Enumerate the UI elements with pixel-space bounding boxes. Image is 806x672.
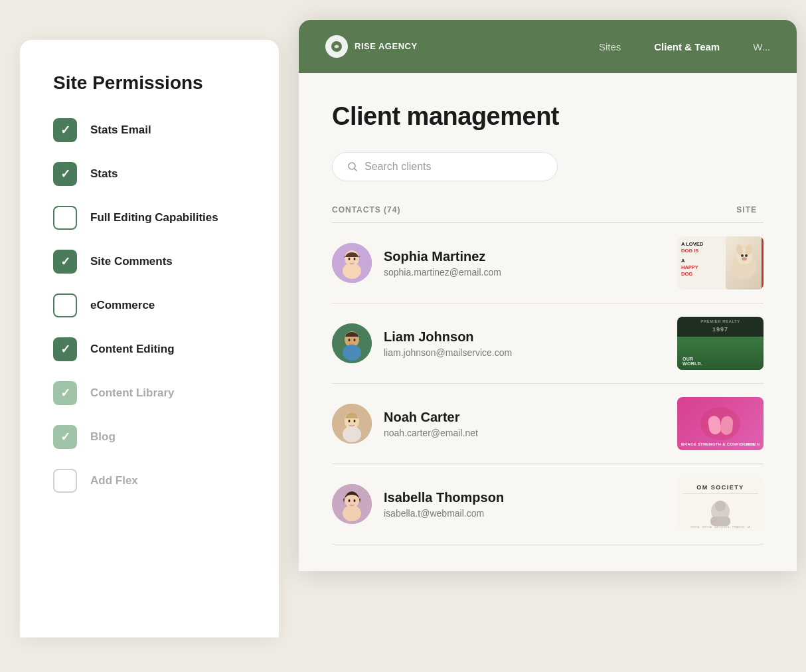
contact-info-liam: Liam Johnsonliam.johnson@mailservice.com: [384, 329, 512, 358]
permission-label-stats-email: Stats Email: [90, 124, 151, 137]
search-placeholder-text: Search clients: [364, 161, 432, 173]
svg-point-17: [343, 345, 361, 361]
svg-point-32: [354, 499, 356, 502]
left-panel-title: Site Permissions: [53, 72, 252, 94]
svg-point-30: [343, 505, 361, 521]
nav-link-w[interactable]: W...: [753, 41, 770, 52]
site-thumbnail-boxing[interactable]: BRACE STRENGTH & CONFIDENCE JOIN N: [677, 397, 764, 450]
contact-name-isabella: Isabella Thompson: [384, 490, 504, 505]
permission-item-add-flex[interactable]: Add Flex: [53, 469, 252, 493]
svg-point-12: [741, 254, 744, 257]
permission-item-stats-email[interactable]: ✓Stats Email: [53, 118, 252, 142]
site-thumbnail-realty[interactable]: PREMIER REALTY 1997 ourworld.: [677, 317, 764, 370]
permission-item-content-library[interactable]: ✓Content Library: [53, 381, 252, 405]
nav-logo: RISE AGENCY: [325, 35, 418, 58]
contact-row-noah[interactable]: Noah Carternoah.carter@email.net BRACE S…: [332, 384, 764, 464]
checkbox-stats[interactable]: ✓: [53, 162, 77, 186]
contact-left-isabella: Isabella Thompsonisabella.t@webmail.com: [332, 484, 504, 524]
permission-label-site-comments: Site Comments: [90, 255, 173, 268]
nav-bar: RISE AGENCY Sites Client & Team W...: [299, 20, 797, 73]
page-title: Client management: [332, 102, 764, 131]
checkbox-add-flex[interactable]: [53, 469, 77, 493]
svg-point-22: [343, 426, 361, 442]
svg-point-5: [343, 263, 361, 279]
site-thumbnail-om[interactable]: OM SOCIETY SOFIA · TRIVIA · KATHONIA · P…: [677, 477, 764, 531]
permission-item-stats[interactable]: ✓Stats: [53, 162, 252, 186]
contact-row-sophia[interactable]: Sophia Martinezsophia.martinez@email.com…: [332, 223, 764, 303]
svg-point-18: [349, 339, 351, 341]
avatar-liam: [332, 323, 372, 363]
contact-email-isabella: isabella.t@webmail.com: [384, 508, 504, 519]
contact-info-noah: Noah Carternoah.carter@email.net: [384, 410, 478, 438]
permissions-list: ✓Stats Email✓StatsFull Editing Capabilit…: [53, 118, 252, 493]
contact-left-sophia: Sophia Martinezsophia.martinez@email.com: [332, 243, 501, 283]
contact-left-noah: Noah Carternoah.carter@email.net: [332, 404, 478, 444]
col-contacts: CONTACTS (74): [332, 205, 400, 214]
permission-item-site-comments[interactable]: ✓Site Comments: [53, 250, 252, 274]
svg-point-31: [349, 499, 351, 502]
svg-point-7: [354, 258, 356, 260]
table-header: CONTACTS (74) SITE: [332, 205, 764, 223]
svg-point-13: [745, 254, 748, 257]
contact-name-noah: Noah Carter: [384, 410, 478, 425]
nav-link-client-team[interactable]: Client & Team: [654, 41, 720, 52]
checkbox-site-comments[interactable]: ✓: [53, 250, 77, 274]
permission-label-stats: Stats: [90, 167, 118, 181]
contacts-list: Sophia Martinezsophia.martinez@email.com…: [332, 223, 764, 545]
permission-label-full-editing: Full Editing Capabilities: [90, 211, 218, 224]
col-site: SITE: [736, 205, 757, 214]
contact-name-liam: Liam Johnson: [384, 329, 512, 345]
checkbox-blog[interactable]: ✓: [53, 425, 77, 449]
svg-point-19: [354, 339, 356, 341]
search-bar[interactable]: Search clients: [332, 152, 558, 181]
contact-info-sophia: Sophia Martinezsophia.martinez@email.com: [384, 249, 501, 278]
svg-rect-35: [710, 517, 730, 526]
avatar-sophia: [332, 243, 372, 283]
checkbox-ecommerce[interactable]: [53, 294, 77, 317]
logo-icon: [325, 35, 348, 58]
contact-info-isabella: Isabella Thompsonisabella.t@webmail.com: [384, 490, 504, 519]
logo-text: RISE AGENCY: [355, 41, 418, 52]
svg-point-23: [349, 420, 351, 422]
main-content: Client management Search clients CONTACT…: [299, 73, 797, 571]
contact-left-liam: Liam Johnsonliam.johnson@mailservice.com: [332, 323, 512, 363]
permission-label-add-flex: Add Flex: [90, 474, 138, 487]
nav-link-sites[interactable]: Sites: [599, 41, 621, 52]
permission-item-content-editing[interactable]: ✓Content Editing: [53, 337, 252, 361]
checkbox-content-editing[interactable]: ✓: [53, 337, 77, 361]
permission-label-ecommerce: eCommerce: [90, 299, 155, 312]
checkbox-full-editing[interactable]: [53, 206, 77, 230]
svg-point-24: [354, 420, 356, 422]
avatar-isabella: [332, 484, 372, 524]
permission-item-blog[interactable]: ✓Blog: [53, 425, 252, 449]
checkbox-stats-email[interactable]: ✓: [53, 118, 77, 142]
contact-name-sophia: Sophia Martinez: [384, 249, 501, 264]
checkbox-content-library[interactable]: ✓: [53, 381, 77, 405]
permission-item-ecommerce[interactable]: eCommerce: [53, 294, 252, 317]
avatar-noah: [332, 404, 372, 444]
left-panel: Site Permissions ✓Stats Email✓StatsFull …: [20, 40, 279, 637]
permission-label-content-editing: Content Editing: [90, 343, 175, 356]
svg-point-6: [349, 258, 351, 260]
svg-line-2: [355, 169, 357, 171]
contact-row-isabella[interactable]: Isabella Thompsonisabella.t@webmail.com …: [332, 464, 764, 545]
nav-links: Sites Client & Team W...: [599, 41, 770, 52]
site-thumbnail-dog[interactable]: A LOVED DOG IS A HAPPY DOG: [677, 236, 764, 290]
right-panel: RISE AGENCY Sites Client & Team W... Cli…: [299, 20, 797, 571]
permission-item-full-editing[interactable]: Full Editing Capabilities: [53, 206, 252, 230]
permission-label-content-library: Content Library: [90, 386, 175, 400]
svg-point-34: [715, 501, 726, 511]
contact-row-liam[interactable]: Liam Johnsonliam.johnson@mailservice.com…: [332, 303, 764, 384]
contact-email-sophia: sophia.martinez@email.com: [384, 267, 501, 278]
contact-email-liam: liam.johnson@mailservice.com: [384, 347, 512, 358]
contact-email-noah: noah.carter@email.net: [384, 428, 478, 438]
svg-point-14: [742, 258, 747, 261]
search-icon: [347, 161, 358, 172]
permission-label-blog: Blog: [90, 430, 116, 444]
